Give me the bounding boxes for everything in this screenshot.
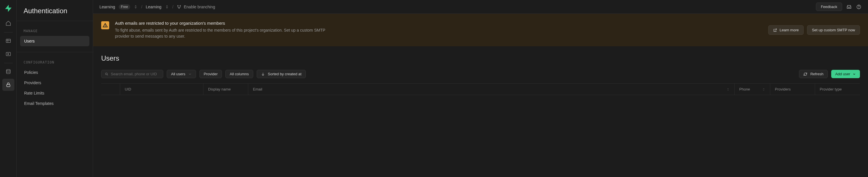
filter-columns-button[interactable]: All columns [225,70,253,78]
org-name[interactable]: Learning [99,5,115,9]
toolbar: All users Provider All columns Sorted by… [101,70,860,78]
th-uid[interactable]: UID [120,84,204,95]
page-title: Users [101,54,860,62]
external-link-icon [773,28,777,32]
sort-desc-icon [261,72,265,76]
filter-users-dropdown[interactable]: All users [167,70,196,78]
nav-sql-editor[interactable] [2,48,14,60]
th-providers[interactable]: Providers [770,84,815,95]
sort-button[interactable]: Sorted by created at [257,70,306,78]
sidebar-item-email-templates[interactable]: Email Templates [20,98,89,109]
sidebar-item-policies[interactable]: Policies [20,67,89,78]
search-box[interactable] [101,70,163,78]
iconbar [0,0,17,177]
sidebar-item-rate-limits[interactable]: Rate Limits [20,88,89,98]
sidebar-title: Authentication [17,0,93,21]
nav-authentication[interactable] [2,79,14,91]
svg-point-7 [180,5,181,6]
warning-icon [101,21,109,29]
refresh-icon [803,72,807,76]
th-display-name[interactable]: Display name [204,84,248,95]
banner-title: Auth emails are restricted to your organ… [115,21,763,26]
sort-icon[interactable] [762,88,765,91]
svg-point-10 [859,8,859,8]
plan-badge: Free [119,4,130,9]
nav-table-editor[interactable] [2,35,14,47]
svg-rect-0 [6,39,10,42]
project-name[interactable]: Learning [146,5,161,9]
svg-point-4 [6,69,10,71]
svg-line-14 [107,75,108,75]
nav-home[interactable] [2,17,14,29]
table-header: UID Display name Email Phone P [101,84,860,95]
search-icon [105,72,108,76]
chevron-down-icon [852,72,856,76]
th-checkbox [101,84,120,95]
sidebar: Authentication MANAGE Users CONFIGURATIO… [17,0,93,177]
banner-description: To fight abuse, emails sent by Auth are … [115,27,339,39]
nav-database[interactable] [2,65,14,78]
filter-provider-button[interactable]: Provider [199,70,222,78]
sidebar-item-users[interactable]: Users [20,36,89,46]
th-phone[interactable]: Phone [735,84,770,95]
logo[interactable] [3,3,13,13]
search-input[interactable] [111,72,159,76]
sort-icon[interactable] [726,88,730,91]
section-manage-label: MANAGE [17,21,93,36]
chevron-down-icon [188,72,192,76]
topbar: Learning Free / Learning / Enable branch… [93,0,868,14]
branch-icon [177,5,181,9]
th-provider-type[interactable]: Provider type [815,84,860,95]
refresh-button[interactable]: Refresh [799,70,828,78]
sidebar-item-providers[interactable]: Providers [20,78,89,88]
svg-rect-5 [7,85,10,87]
inbox-icon[interactable] [846,4,852,10]
smtp-warning-banner: Auth emails are restricted to your organ… [93,14,868,46]
users-table: UID Display name Email Phone P [101,83,860,95]
org-switcher-icon[interactable] [134,5,138,9]
th-email[interactable]: Email [248,84,735,95]
project-switcher-icon[interactable] [165,5,169,9]
svg-point-6 [178,5,179,6]
section-config-label: CONFIGURATION [17,52,93,67]
svg-point-13 [105,73,107,75]
enable-branching[interactable]: Enable branching [177,5,215,9]
feedback-button[interactable]: Feedback [816,3,842,11]
add-user-button[interactable]: Add user [831,70,860,78]
learn-more-button[interactable]: Learn more [768,25,803,35]
setup-smtp-button[interactable]: Set up custom SMTP now [807,25,860,35]
main: Learning Free / Learning / Enable branch… [93,0,868,177]
help-icon[interactable] [856,4,862,10]
